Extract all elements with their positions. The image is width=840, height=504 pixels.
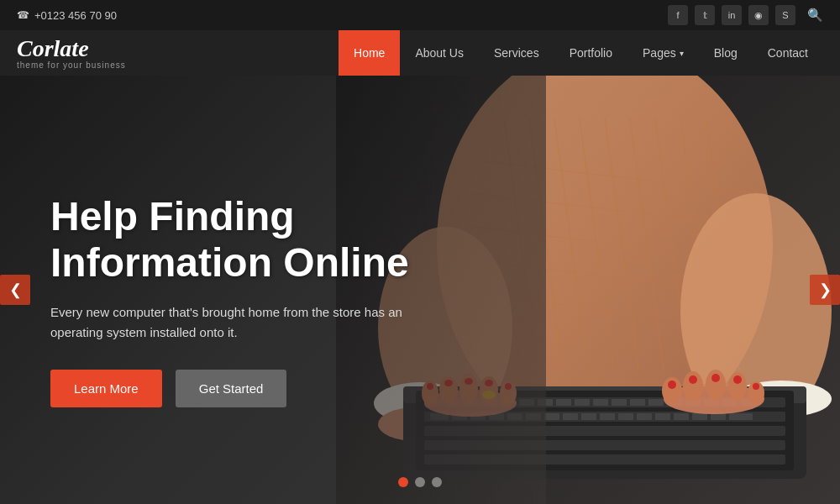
nav-item-home[interactable]: Home: [339, 30, 400, 76]
svg-rect-36: [556, 399, 571, 406]
svg-rect-54: [563, 413, 578, 420]
svg-rect-63: [729, 413, 753, 420]
svg-rect-55: [581, 413, 596, 420]
hero-title: Help Finding Information Online: [50, 193, 454, 286]
hero-content: Help Finding Information Online Every ne…: [50, 193, 454, 407]
svg-rect-53: [544, 413, 559, 420]
nav-item-services[interactable]: Services: [479, 30, 554, 76]
svg-rect-58: [637, 413, 652, 420]
logo-name: Corlate: [17, 37, 126, 60]
slider-dot-2[interactable]: [415, 477, 425, 487]
svg-point-70: [668, 381, 676, 389]
slider-next-button[interactable]: ❯: [810, 275, 840, 305]
top-bar-right: f 𝕥 in ◉ S 🔍: [668, 5, 823, 25]
twitter-icon[interactable]: 𝕥: [695, 5, 715, 25]
svg-rect-56: [600, 413, 615, 420]
svg-point-74: [753, 383, 759, 390]
svg-rect-59: [655, 413, 670, 420]
svg-point-73: [733, 375, 742, 384]
slider-dots: [398, 477, 442, 487]
slider-dot-3[interactable]: [432, 477, 442, 487]
svg-rect-39: [612, 399, 627, 406]
circle-social-icon[interactable]: ◉: [748, 5, 769, 25]
phone-number: ☎ +0123 456 70 90: [17, 9, 117, 22]
navbar: Corlate theme for your business Home Abo…: [0, 30, 840, 76]
get-started-button[interactable]: Get Started: [176, 370, 287, 407]
hero-buttons: Learn More Get Started: [50, 370, 454, 407]
phone-icon: ☎: [17, 9, 29, 21]
pages-dropdown-arrow: ▾: [680, 49, 684, 58]
logo-tagline: theme for your business: [17, 60, 126, 70]
svg-rect-41: [648, 399, 664, 406]
slider-prev-button[interactable]: ❮: [0, 275, 30, 305]
svg-rect-38: [593, 399, 608, 406]
svg-rect-37: [575, 399, 590, 406]
nav-item-contact[interactable]: Contact: [753, 30, 823, 76]
top-bar: ☎ +0123 456 70 90 f 𝕥 in ◉ S 🔍: [0, 0, 840, 30]
svg-point-72: [711, 374, 720, 382]
svg-point-71: [689, 375, 697, 384]
nav-item-about[interactable]: About Us: [400, 30, 479, 76]
search-icon[interactable]: 🔍: [807, 8, 823, 23]
learn-more-button[interactable]: Learn More: [50, 370, 162, 407]
svg-rect-62: [711, 413, 726, 420]
linkedin-icon[interactable]: in: [722, 5, 742, 25]
nav-item-portfolio[interactable]: Portfolio: [554, 30, 627, 76]
slider-dot-1[interactable]: [398, 477, 408, 487]
svg-rect-60: [674, 413, 689, 420]
svg-rect-61: [692, 413, 707, 420]
nav-item-blog[interactable]: Blog: [699, 30, 753, 76]
skype-icon[interactable]: S: [775, 5, 795, 25]
nav-links: Home About Us Services Portfolio Pages ▾…: [339, 30, 823, 76]
logo[interactable]: Corlate theme for your business: [17, 37, 126, 70]
nav-item-pages[interactable]: Pages ▾: [627, 30, 699, 76]
hero-subtitle: Every new computer that's brought home f…: [50, 302, 454, 343]
facebook-icon[interactable]: f: [668, 5, 688, 25]
svg-rect-57: [618, 413, 633, 420]
hero-section: Help Finding Information Online Every ne…: [0, 76, 840, 504]
svg-rect-40: [630, 399, 645, 406]
